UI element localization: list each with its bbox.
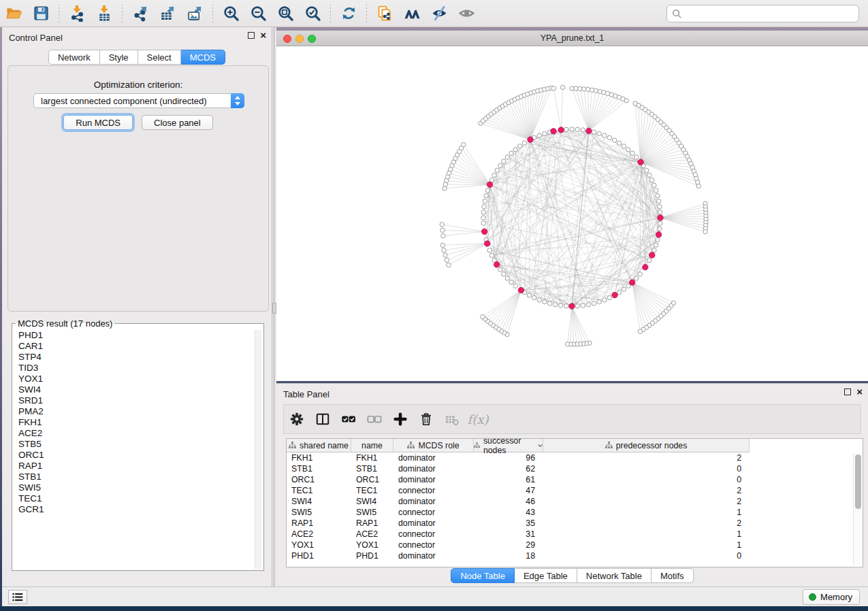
mcds-hub-node[interactable]	[528, 137, 533, 142]
result-list-item[interactable]: SWI4	[14, 384, 254, 395]
network-node[interactable]	[498, 163, 502, 167]
leaf-node[interactable]	[551, 86, 556, 90]
mcds-hub-node[interactable]	[629, 280, 634, 285]
zoom-out-icon[interactable]	[244, 3, 272, 24]
result-list-item[interactable]: STB1	[14, 472, 254, 482]
network-node[interactable]	[575, 304, 579, 308]
network-node[interactable]	[564, 127, 568, 131]
mcds-hub-node[interactable]	[558, 127, 564, 133]
float-panel-icon[interactable]	[248, 32, 255, 39]
network-node[interactable]	[622, 144, 626, 148]
network-node[interactable]	[617, 291, 621, 295]
network-node[interactable]	[509, 151, 513, 155]
network-node[interactable]	[509, 280, 513, 284]
network-node[interactable]	[553, 302, 557, 306]
close-panel-icon[interactable]: ×	[260, 32, 266, 39]
result-list-item[interactable]: PHD1	[14, 330, 254, 341]
network-node[interactable]	[502, 159, 506, 163]
tab-mcds[interactable]: MCDS	[181, 50, 225, 65]
network-node[interactable]	[517, 144, 521, 148]
leaf-node[interactable]	[585, 87, 590, 91]
table-row[interactable]: ORC1ORC1dominator610	[287, 474, 750, 485]
search-box[interactable]	[666, 5, 859, 22]
leaf-node[interactable]	[481, 314, 485, 318]
network-node[interactable]	[634, 155, 639, 159]
network-node[interactable]	[586, 302, 590, 306]
export-network-icon[interactable]	[127, 3, 154, 24]
mcds-hub-node[interactable]	[658, 215, 663, 220]
leaf-node[interactable]	[560, 85, 564, 89]
result-list-item[interactable]: SWI5	[14, 482, 254, 493]
network-node[interactable]	[581, 303, 585, 308]
network-canvas[interactable]	[276, 46, 868, 381]
network-node[interactable]	[564, 304, 568, 308]
leaf-node[interactable]	[462, 142, 466, 146]
network-node[interactable]	[537, 298, 541, 302]
network-node[interactable]	[602, 298, 607, 302]
network-node[interactable]	[522, 141, 526, 145]
network-node[interactable]	[622, 287, 626, 291]
leaf-node[interactable]	[440, 243, 445, 247]
table-row[interactable]: RAP1RAP1dominator352	[287, 518, 750, 529]
close-panel-button[interactable]: Close panel	[142, 115, 213, 130]
network-node[interactable]	[645, 168, 649, 172]
leaf-node[interactable]	[447, 263, 451, 267]
mcds-hub-node[interactable]	[518, 287, 524, 293]
network-node[interactable]	[647, 258, 652, 262]
leaf-node[interactable]	[443, 253, 447, 257]
network-node[interactable]	[575, 127, 579, 131]
network-node[interactable]	[658, 221, 662, 225]
save-session-icon[interactable]	[27, 3, 54, 24]
leaf-node[interactable]	[578, 86, 582, 90]
network-node[interactable]	[656, 199, 660, 203]
tab-select[interactable]: Select	[138, 50, 181, 65]
mcds-hub-node[interactable]	[569, 303, 575, 309]
network-node[interactable]	[481, 210, 485, 214]
network-node[interactable]	[612, 138, 616, 142]
memory-button[interactable]: Memory	[803, 589, 860, 605]
table-row[interactable]: YOX1YOX1connector291	[287, 540, 750, 550]
leaf-node[interactable]	[594, 88, 598, 93]
mcds-hub-node[interactable]	[487, 182, 492, 187]
column-header-successor-nodes[interactable]: successor nodes	[474, 439, 543, 452]
run-mcds-button[interactable]: Run MCDS	[63, 115, 133, 130]
network-node[interactable]	[656, 237, 660, 242]
column-header-MCDS-role[interactable]: MCDS role	[393, 439, 474, 452]
result-list-item[interactable]: STP4	[14, 352, 254, 363]
search-input[interactable]	[682, 7, 858, 20]
network-node[interactable]	[597, 131, 601, 135]
result-list-item[interactable]: SRD1	[14, 395, 254, 406]
mcds-hub-node[interactable]	[481, 229, 487, 234]
leaf-node[interactable]	[565, 342, 569, 346]
network-node[interactable]	[489, 253, 494, 257]
result-list-item[interactable]: YOX1	[14, 374, 254, 384]
table-row[interactable]: ACE2ACE2connector311	[287, 529, 750, 540]
table-row[interactable]: STB1STB1dominator620	[287, 463, 750, 474]
network-node[interactable]	[592, 301, 596, 306]
result-list-item[interactable]: CAR1	[14, 341, 254, 352]
network-node[interactable]	[547, 301, 551, 306]
network-node[interactable]	[602, 133, 607, 137]
leaf-node[interactable]	[703, 229, 707, 233]
table-row[interactable]: TEC1TEC1connector472	[287, 485, 750, 496]
delete-column-trash-icon[interactable]	[413, 409, 439, 429]
network-node[interactable]	[502, 272, 506, 276]
table-settings-gear-icon[interactable]	[284, 409, 310, 429]
float-panel-icon[interactable]	[844, 389, 851, 395]
leaf-node[interactable]	[624, 99, 628, 103]
result-list-item[interactable]: TEC1	[14, 493, 254, 504]
table-row[interactable]: SWI4SWI4dominator462	[287, 496, 750, 507]
table-row[interactable]: SWI5SWI5connector431	[287, 507, 750, 518]
first-neighbors-icon[interactable]	[398, 3, 425, 24]
show-column-panel-icon[interactable]	[310, 409, 336, 429]
close-panel-icon[interactable]: ×	[856, 389, 863, 395]
column-header-name[interactable]: name	[351, 439, 393, 452]
network-node[interactable]	[652, 183, 656, 187]
leaf-node[interactable]	[638, 329, 642, 333]
tab-node-table[interactable]: Node Table	[451, 568, 515, 583]
network-node[interactable]	[581, 128, 585, 132]
mcds-hub-node[interactable]	[656, 232, 661, 237]
hide-selected-icon[interactable]	[425, 3, 453, 24]
network-node[interactable]	[495, 168, 499, 172]
leaf-node[interactable]	[442, 248, 446, 252]
